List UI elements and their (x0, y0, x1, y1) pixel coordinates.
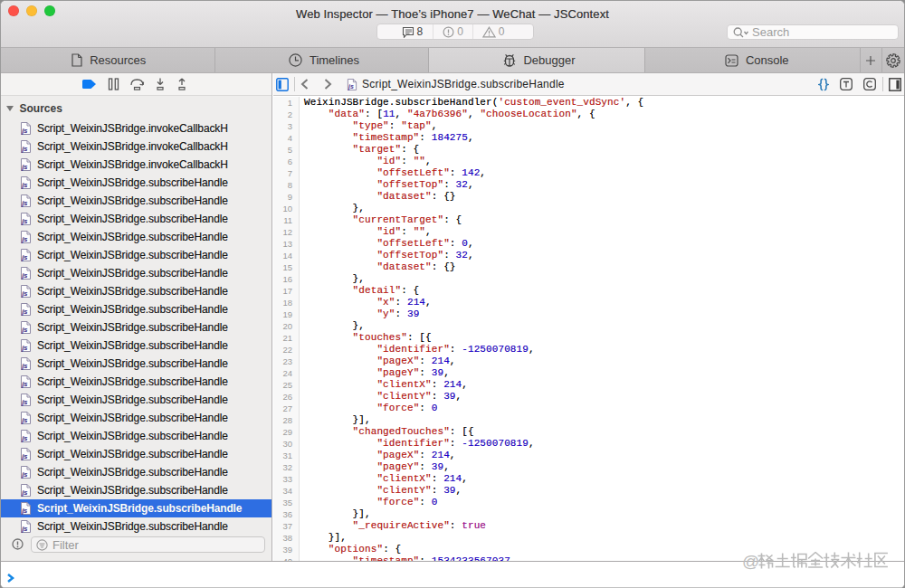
svg-text:js: js (21, 145, 27, 153)
svg-text:js: js (21, 289, 27, 298)
svg-text:js: js (21, 488, 27, 497)
svg-text:js: js (348, 82, 354, 90)
svg-text:js: js (21, 416, 27, 424)
svg-text:js: js (21, 127, 27, 135)
svg-text:js: js (21, 253, 27, 261)
svg-text:@: @ (742, 552, 759, 571)
svg-text:js: js (21, 181, 27, 189)
svg-text:js: js (21, 452, 27, 460)
svg-text:js: js (21, 199, 27, 207)
svg-text:js: js (21, 507, 27, 515)
svg-text:js: js (21, 308, 27, 316)
svg-text:js: js (21, 380, 27, 388)
svg-text:js: js (21, 344, 27, 352)
svg-text:js: js (21, 235, 27, 243)
svg-text:js: js (21, 434, 27, 442)
svg-text:js: js (21, 271, 27, 280)
svg-text:js: js (21, 362, 27, 370)
svg-text:js: js (21, 525, 27, 533)
svg-text:js: js (21, 163, 27, 171)
svg-text:js: js (21, 217, 27, 225)
svg-text:js: js (21, 398, 27, 406)
svg-text:js: js (21, 470, 27, 479)
svg-text:js: js (21, 326, 27, 334)
